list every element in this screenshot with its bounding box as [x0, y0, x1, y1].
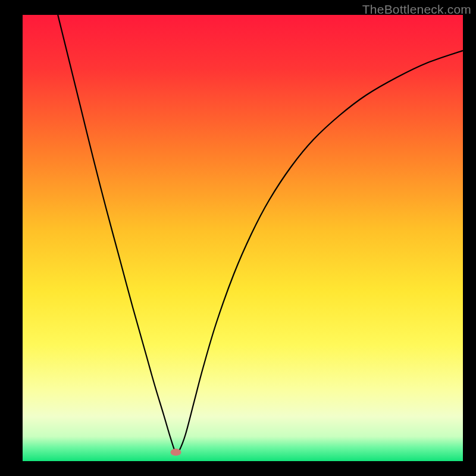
chart-plot-area	[23, 15, 463, 461]
chart-frame: TheBottleneck.com	[0, 0, 476, 476]
chart-min-marker	[171, 449, 181, 456]
chart-background	[23, 15, 463, 461]
chart-svg	[23, 15, 463, 461]
attribution-text: TheBottleneck.com	[362, 2, 471, 17]
